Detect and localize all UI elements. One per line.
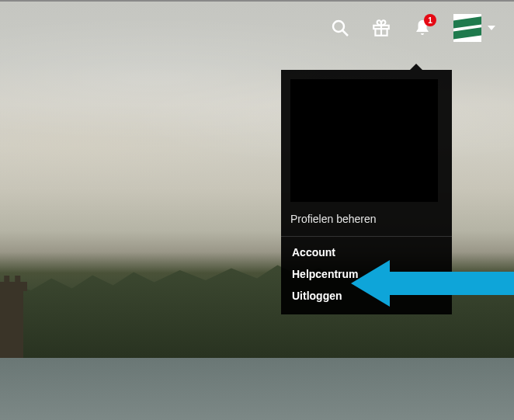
gift-button[interactable]: [371, 18, 391, 38]
notifications-button[interactable]: 1: [413, 19, 432, 37]
dropdown-arrow-icon: [410, 64, 422, 70]
search-icon: [331, 19, 349, 37]
profile-menu-trigger[interactable]: [453, 14, 495, 42]
profile-grid[interactable]: [290, 79, 438, 202]
menu-item-account[interactable]: Account: [292, 246, 441, 259]
manage-profiles-link[interactable]: Profielen beheren: [281, 202, 452, 236]
svg-line-1: [343, 31, 349, 36]
svg-marker-5: [351, 260, 514, 307]
search-button[interactable]: [331, 19, 349, 37]
avatar: [453, 14, 481, 42]
chevron-down-icon: [488, 26, 495, 30]
annotation-arrow-icon: [351, 260, 514, 307]
profiles-area: [281, 70, 452, 202]
ground: [0, 358, 514, 420]
svg-point-0: [333, 21, 344, 32]
notification-badge: 1: [424, 14, 436, 26]
gift-icon: [371, 18, 391, 38]
topbar: 1: [331, 0, 514, 53]
